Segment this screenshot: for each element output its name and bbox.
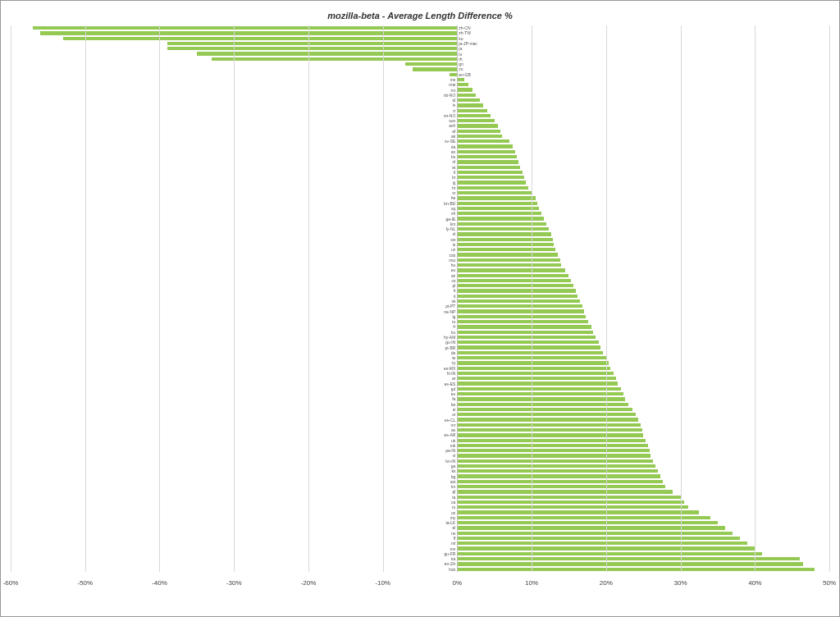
bar xyxy=(457,227,549,231)
bar-label: gd xyxy=(451,386,456,391)
bar-label: es-MX xyxy=(444,366,455,371)
bar xyxy=(457,171,523,174)
bar xyxy=(457,186,527,190)
gridline xyxy=(681,25,682,572)
bar xyxy=(457,258,559,262)
bar-label: ml xyxy=(451,541,455,546)
gridline xyxy=(606,25,607,572)
bar xyxy=(457,222,546,226)
bar-label: oc xyxy=(451,510,455,515)
bar xyxy=(457,253,557,256)
gridline xyxy=(383,25,384,572)
gridline xyxy=(11,25,11,572)
bar xyxy=(457,130,500,133)
bar xyxy=(457,191,532,194)
bar xyxy=(457,83,468,86)
gridline xyxy=(159,25,160,572)
bar-label: el xyxy=(452,525,455,530)
bar xyxy=(457,367,610,370)
bar xyxy=(457,309,583,313)
bar-label: bn-BD xyxy=(444,201,455,206)
bar-label: es-ES xyxy=(445,382,456,386)
bar xyxy=(457,361,608,364)
bar-label: es-AR xyxy=(444,432,455,437)
bar xyxy=(457,469,658,473)
bar-label: pt-PT xyxy=(445,304,455,308)
bar-label: az xyxy=(451,273,455,278)
bar xyxy=(457,325,591,328)
x-tick-label: -50% xyxy=(77,579,93,587)
bar xyxy=(457,139,509,143)
plot-area: zh-CNzh-TWkoja-JP-macjalothgnzuen-GBmsma… xyxy=(11,25,829,587)
bar-label: mn xyxy=(450,546,455,551)
bar xyxy=(457,176,524,179)
bar-label: ga-IE xyxy=(445,217,455,222)
x-tick-label: -10% xyxy=(375,579,390,587)
bar-label: pa-IN xyxy=(445,448,455,453)
bar xyxy=(457,274,568,277)
bar xyxy=(457,299,580,303)
bar-label: zh-CN xyxy=(459,25,470,30)
bar-label: nl xyxy=(452,159,455,164)
bar-label: da xyxy=(451,144,456,149)
gridline xyxy=(457,25,458,572)
bar xyxy=(457,490,673,493)
x-tick-label: 20% xyxy=(600,579,613,587)
bar-label: cs xyxy=(451,278,455,283)
bar xyxy=(457,109,486,112)
bar xyxy=(457,119,494,122)
gridline xyxy=(532,25,532,572)
bar xyxy=(457,496,680,499)
bar-label: et xyxy=(452,165,455,170)
bar xyxy=(405,62,458,66)
bar xyxy=(457,263,561,267)
bar xyxy=(457,232,550,235)
x-tick-label: 50% xyxy=(823,579,836,587)
bar-label: nb-NO xyxy=(444,93,456,98)
bar-label: nso xyxy=(449,258,455,263)
bar-label: ne-NP xyxy=(444,309,455,314)
bar-label: rw xyxy=(451,531,455,536)
bar-label: as xyxy=(451,427,455,432)
bar xyxy=(457,315,586,318)
bar xyxy=(457,568,814,571)
bar xyxy=(413,67,457,71)
bar xyxy=(457,248,555,251)
bar-label: uk xyxy=(451,438,455,443)
x-tick-label: 30% xyxy=(674,579,687,587)
bar-label: bn-IN xyxy=(445,459,455,464)
x-tick-label: 10% xyxy=(525,579,538,587)
bar-label: th xyxy=(459,57,462,62)
bar-label: gn xyxy=(459,62,463,66)
bar xyxy=(457,485,665,488)
bar xyxy=(457,202,537,205)
bar xyxy=(167,42,458,45)
gridline xyxy=(308,25,309,572)
bar-label: de xyxy=(451,350,456,355)
gridline xyxy=(85,25,86,572)
bar-label: ms xyxy=(450,77,456,82)
bar-label: sl xyxy=(453,231,456,236)
bar xyxy=(457,268,565,272)
bar xyxy=(457,155,517,158)
bar xyxy=(457,510,699,514)
bar-label: hsb xyxy=(449,567,455,572)
bar xyxy=(457,238,553,241)
bar-label: cy xyxy=(451,360,455,365)
bar-label: uz xyxy=(451,247,455,252)
x-tick-label: 0% xyxy=(453,579,463,587)
bar-label: br xyxy=(452,175,455,180)
bar-label: lg xyxy=(452,314,455,319)
bar xyxy=(457,474,660,478)
bar-label: km xyxy=(450,222,456,226)
bar-label: lij xyxy=(453,181,455,185)
bar-label: zu xyxy=(459,66,463,71)
bar xyxy=(457,433,643,436)
bar-label: rm xyxy=(451,88,456,93)
bar xyxy=(457,207,539,210)
bar xyxy=(457,418,637,421)
bar-label: it xyxy=(454,294,456,299)
bar xyxy=(197,52,458,55)
bar xyxy=(457,377,615,380)
bar-label: ga xyxy=(451,464,456,468)
